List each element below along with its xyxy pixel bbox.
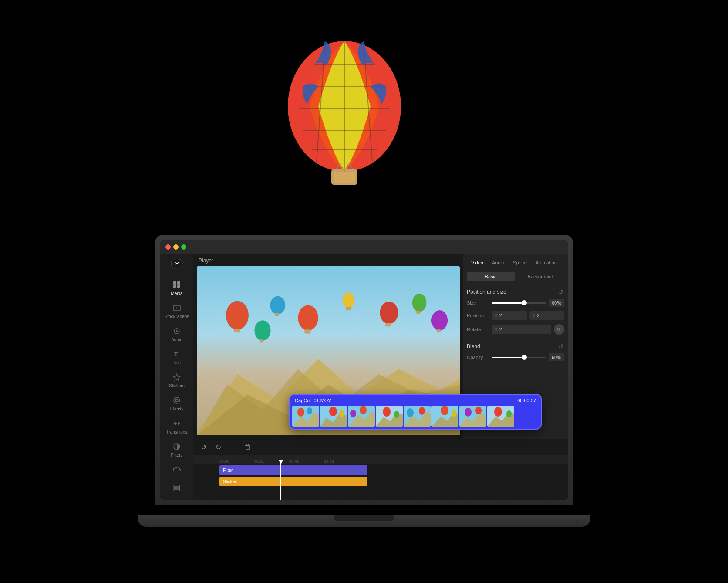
clip-filename: CapCut_01.MOV [295, 398, 331, 403]
clip-frame-4 [376, 406, 403, 427]
split-button[interactable] [228, 442, 238, 452]
blend-title: Blend [467, 343, 480, 349]
sidebar-item-text[interactable]: T Text [162, 346, 192, 369]
size-label: Size [467, 300, 489, 305]
tab-animation[interactable]: Animation [531, 258, 561, 268]
clip-frame-8 [487, 406, 514, 427]
svg-point-81 [419, 407, 425, 415]
ruler-0: 00:00 [219, 459, 254, 464]
svg-point-28 [174, 397, 180, 403]
player-label: Player [197, 258, 460, 264]
opacity-value[interactable]: 60% [549, 353, 564, 361]
svg-rect-54 [260, 339, 263, 342]
subtab-basic[interactable]: Basic [467, 272, 515, 281]
clip-frame-6 [431, 406, 458, 427]
sidebar-item-transitions[interactable]: Transitions [162, 415, 192, 438]
sidebar-item-audio[interactable]: Audio [162, 323, 192, 346]
clip-frame-1 [292, 406, 319, 427]
text-icon: T [172, 349, 182, 359]
filter-track[interactable]: Filter [219, 465, 367, 475]
rotate-circle-button[interactable]: ⟳ [554, 324, 564, 335]
traffic-light-green[interactable] [181, 244, 186, 250]
position-size-reset[interactable]: ↺ [557, 288, 564, 295]
position-x-input[interactable]: X 2 [492, 311, 527, 320]
sticker-track-label: Sticker [223, 479, 236, 484]
svg-point-24 [176, 330, 178, 332]
position-x-value: 2 [499, 313, 502, 318]
traffic-light-yellow[interactable] [173, 244, 179, 250]
text-label: Text [173, 360, 181, 366]
laptop-screen: ✂ Media [160, 240, 568, 500]
sidebar-item-filters[interactable]: Filters [162, 438, 192, 461]
sidebar-item-settings[interactable] [162, 480, 192, 496]
effects-label: Effects [170, 407, 183, 412]
ruler-3: 00:03 [324, 459, 359, 464]
hero-balloon [279, 39, 410, 206]
svg-rect-40 [234, 329, 240, 332]
svg-point-45 [380, 302, 398, 324]
svg-point-84 [441, 406, 448, 415]
tab-video[interactable]: Video [467, 258, 488, 268]
filters-icon [172, 442, 182, 451]
svg-rect-18 [177, 281, 180, 285]
svg-point-76 [383, 407, 391, 417]
position-y-input[interactable]: Y 2 [529, 311, 564, 320]
filters-label: Filters [171, 453, 182, 458]
delete-button[interactable] [243, 442, 253, 452]
app-logo: ✂ [169, 258, 185, 270]
sidebar-item-media[interactable]: Media [162, 277, 192, 300]
svg-point-93 [506, 410, 512, 417]
sidebar-item-stickers[interactable]: Stickers [162, 369, 192, 392]
size-slider[interactable] [492, 302, 546, 304]
timeline-ruler: 00:00 00:01 00:02 00:03 [193, 455, 568, 464]
svg-rect-58 [246, 446, 249, 450]
svg-point-89 [475, 407, 482, 414]
svg-marker-22 [176, 307, 179, 309]
svg-point-49 [431, 310, 448, 330]
opacity-slider[interactable] [492, 357, 546, 358]
sidebar-item-effects[interactable]: Effects [162, 392, 192, 415]
position-control-row: Position X 2 Y 2 [467, 311, 564, 320]
svg-point-41 [270, 296, 285, 315]
sticker-track[interactable]: Sticker [219, 477, 367, 486]
svg-point-51 [298, 305, 318, 330]
undo-button[interactable]: ↺ [199, 442, 208, 452]
laptop-body: ✂ Media [155, 235, 573, 505]
timeline-area: ↺ ↻ [193, 439, 568, 500]
svg-rect-20 [177, 285, 180, 288]
svg-rect-19 [173, 285, 176, 288]
traffic-lights [165, 244, 186, 250]
svg-point-77 [394, 411, 399, 418]
svg-point-53 [254, 320, 270, 340]
timeline-toolbar: ↺ ↻ [193, 439, 568, 455]
svg-rect-52 [304, 329, 310, 333]
tab-speed[interactable]: Speed [509, 258, 531, 268]
sidebar-item-cloud[interactable] [162, 461, 192, 478]
svg-point-29 [175, 399, 178, 402]
redo-button[interactable]: ↻ [213, 442, 223, 452]
cloud-icon [172, 465, 182, 475]
stickers-icon [172, 373, 182, 382]
clip-frame-7 [459, 406, 486, 427]
position-size-header: Position and size ↺ [467, 288, 564, 295]
opacity-control-row: Opacity 60% [467, 353, 564, 361]
svg-point-92 [494, 407, 502, 417]
svg-rect-48 [416, 311, 420, 314]
audio-icon [172, 326, 182, 336]
rotate-x-input[interactable]: X 2 [492, 325, 551, 334]
clip-frame-3 [348, 406, 375, 427]
tab-audio[interactable]: Audio [488, 258, 509, 268]
svg-rect-46 [385, 323, 391, 326]
clip-frames [291, 405, 539, 427]
size-value[interactable]: 60% [549, 299, 564, 307]
svg-rect-10 [334, 172, 355, 183]
blend-reset[interactable]: ↺ [557, 343, 564, 350]
settings-icon [172, 483, 182, 493]
blend-header: Blend ↺ [467, 343, 564, 350]
sidebar-item-stock-videos[interactable]: Stock videos [162, 300, 192, 323]
traffic-light-red[interactable] [165, 244, 171, 250]
media-label: Media [171, 291, 182, 296]
subtab-background[interactable]: Background [516, 272, 564, 281]
filter-track-label: Filter [223, 468, 233, 473]
ruler-2: 00:02 [289, 459, 324, 464]
